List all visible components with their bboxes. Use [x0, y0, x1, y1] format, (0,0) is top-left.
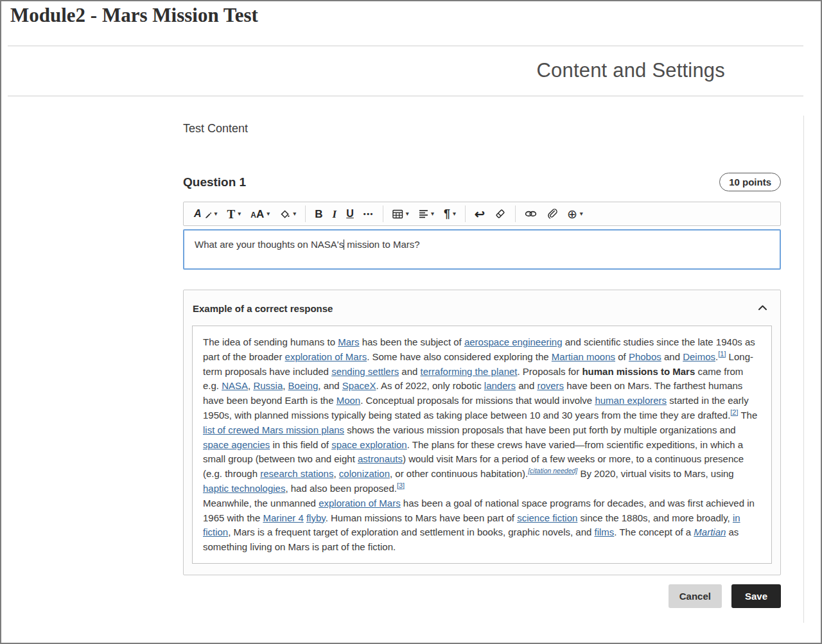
font-family-button[interactable]: T ▾ [223, 204, 246, 223]
body-text: Meanwhile, the unmanned [203, 498, 319, 509]
content-link[interactable]: Martian moons [552, 351, 615, 362]
more-options-button[interactable]: ••• [359, 204, 378, 223]
section-title: Content and Settings [536, 59, 725, 82]
content-link[interactable]: Phobos [629, 351, 661, 362]
body-text: The [739, 410, 758, 421]
body-text: in this field of [270, 439, 331, 450]
content-link[interactable]: flyby [306, 512, 326, 523]
table-icon [392, 209, 403, 219]
more-options-icon: ••• [363, 211, 374, 218]
content-link[interactable]: sending settlers [331, 366, 399, 377]
content-link[interactable]: human explorers [595, 395, 667, 406]
content-link[interactable]: science fiction [517, 512, 577, 523]
caret-down-icon: ▾ [453, 211, 456, 217]
underline-button[interactable]: U [342, 204, 358, 223]
editor-toolbar: A ▾ T ▾ AA ▾ ▾ B I U ••• [183, 202, 781, 226]
question-title: Question 1 [183, 175, 246, 189]
cancel-button[interactable]: Cancel [669, 584, 722, 608]
content-link[interactable]: colonization [339, 468, 390, 479]
content-link[interactable]: terraforming the planet [421, 366, 518, 377]
align-icon [419, 209, 428, 218]
content-link[interactable]: astronauts [358, 453, 403, 464]
content-link[interactable]: list of crewed Mars mission plans [203, 424, 344, 435]
font-size-button[interactable]: AA ▾ [246, 204, 274, 223]
body-text: of [615, 351, 629, 362]
body-text: shows the various mission proposals that… [344, 424, 736, 435]
link-icon [525, 209, 537, 219]
caret-down-icon: ▾ [238, 211, 241, 217]
align-button[interactable]: ▾ [414, 204, 439, 223]
toolbar-divider [305, 205, 306, 222]
caret-down-icon: ▾ [406, 211, 409, 217]
toolbar-divider [465, 205, 466, 222]
content-link[interactable]: Russia [253, 380, 283, 391]
fill-color-button[interactable]: ▾ [275, 204, 301, 223]
save-button[interactable]: Save [731, 584, 781, 608]
citation-needed[interactable]: [citation needed] [528, 467, 577, 474]
body-text: , and [318, 380, 342, 391]
bold-icon: B [315, 209, 322, 220]
example-response-body[interactable]: The idea of sending humans to Mars has b… [192, 326, 772, 564]
paragraph-icon: ¶ [444, 208, 450, 220]
citation-ref[interactable]: [1] [718, 350, 726, 358]
example-paragraph: The idea of sending humans to Mars has b… [203, 335, 761, 496]
chevron-up-icon [757, 303, 768, 312]
toolbar-divider [383, 205, 383, 222]
caret-down-icon: ▾ [267, 211, 270, 217]
italic-button[interactable]: I [328, 204, 342, 223]
body-text: The idea of sending humans to [203, 336, 338, 347]
example-response-panel: Example of a correct response The idea o… [183, 290, 781, 575]
question-text-editor[interactable]: What are your thoughts on NASA's mission… [183, 229, 781, 270]
link-button[interactable] [520, 204, 541, 223]
table-button[interactable]: ▾ [388, 204, 414, 223]
body-text: and [661, 351, 683, 362]
points-badge[interactable]: 10 points [719, 173, 781, 191]
content-link[interactable]: space agencies [203, 439, 270, 450]
body-text: , had also been proposed. [285, 483, 396, 494]
content-link[interactable]: NASA [222, 380, 248, 391]
citation-ref[interactable]: [3] [397, 482, 405, 489]
content-link[interactable]: SpaceX [342, 380, 376, 391]
content-link[interactable]: landers [484, 380, 516, 391]
undo-icon: ↩ [475, 208, 485, 220]
attach-button[interactable] [542, 204, 562, 223]
question-text-after-cursor: mission to Mars? [344, 239, 420, 250]
eraser-button[interactable] [490, 204, 511, 223]
content-link[interactable]: films [595, 527, 615, 537]
bold-text: human missions to Mars [582, 366, 695, 377]
paragraph-button[interactable]: ¶ ▾ [439, 204, 460, 223]
test-editor-screen: Module2 - Mars Mission Test Content and … [0, 0, 822, 644]
example-paragraph: Meanwhile, the unmanned exploration of M… [203, 496, 761, 555]
collapse-panel-button[interactable] [753, 300, 772, 317]
content-link[interactable]: Deimos [683, 351, 715, 362]
body-text: . Some have also considered exploring th… [367, 351, 552, 362]
body-text: , [333, 468, 338, 479]
content-link[interactable]: Martian [694, 527, 726, 537]
content-link[interactable]: Moon [337, 395, 361, 406]
content-link[interactable]: exploration of Mars [319, 498, 401, 509]
content-link[interactable]: haptic technologies [203, 483, 285, 494]
body-text: . Proposals for [517, 366, 582, 377]
caret-down-icon: ▾ [293, 211, 296, 217]
divider [8, 96, 803, 96]
content-link[interactable]: exploration of Mars [285, 351, 367, 362]
content-link[interactable]: space exploration [331, 439, 407, 450]
body-text: . The concept of a [614, 527, 694, 537]
content-link[interactable]: Mars [338, 336, 359, 347]
insert-content-button[interactable]: ⊕ ▾ [563, 204, 588, 223]
content-link[interactable]: rovers [537, 380, 564, 391]
main-content: Test Content Question 1 10 points A ▾ T … [183, 122, 781, 608]
bold-button[interactable]: B [310, 204, 327, 223]
text-color-button[interactable]: A ▾ [189, 204, 222, 223]
content-link[interactable]: aerospace engineering [464, 336, 563, 347]
body-text: has been the subject of [359, 336, 464, 347]
content-link[interactable]: Mariner 4 [263, 512, 303, 523]
undo-button[interactable]: ↩ [470, 204, 489, 223]
body-text: . Human missions to Mars have been part … [326, 512, 517, 523]
font-size-icon: AA [250, 209, 264, 220]
text-color-icon: A [194, 209, 206, 219]
content-link[interactable]: Boeing [288, 380, 319, 391]
content-link[interactable]: research stations [260, 468, 333, 479]
citation-ref[interactable]: [2] [730, 408, 738, 416]
italic-icon: I [333, 209, 337, 220]
